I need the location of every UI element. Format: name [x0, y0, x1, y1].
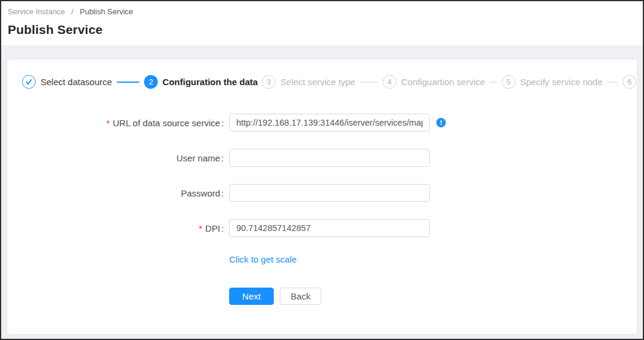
- form-row-username: User name :: [7, 149, 637, 167]
- required-marker: *: [107, 118, 110, 128]
- check-icon: [25, 78, 33, 86]
- info-icon-glyph: !: [440, 119, 442, 126]
- field-label-text: DPI: [205, 223, 220, 233]
- step-number-circle: 4: [383, 75, 396, 89]
- field-label-username: User name :: [7, 153, 224, 163]
- step-label: Configuration the data: [162, 77, 258, 87]
- wizard-card: Select datasource 2 Configuration the da…: [7, 60, 637, 334]
- step-label: Specify service node: [520, 77, 602, 87]
- dpi-input[interactable]: [229, 219, 430, 237]
- username-input[interactable]: [229, 149, 430, 167]
- step-publish: 6 Publish: [623, 75, 637, 89]
- step-label: Select datasource: [40, 77, 112, 87]
- form-row-url: * URL of data source service : !: [7, 114, 637, 132]
- info-icon[interactable]: !: [436, 118, 446, 127]
- step-connector: [490, 82, 497, 83]
- form-row-password: Password :: [7, 184, 637, 202]
- field-colon: :: [221, 153, 224, 163]
- breadcrumb-item-publish-service: Publish Service: [80, 7, 133, 16]
- step-label: Select service type: [280, 77, 355, 87]
- step-done-circle: [22, 75, 36, 89]
- form-row-buttons: Next Back: [7, 288, 637, 305]
- form-row-scale-link: Click to get scale: [7, 254, 637, 264]
- breadcrumb: Service Instance / Publish Service: [8, 7, 636, 17]
- step-connector: [360, 82, 378, 83]
- url-of-datasource-input[interactable]: [229, 114, 430, 132]
- step-select-service-type: 3 Select service type: [262, 75, 355, 89]
- step-number-circle: 3: [262, 75, 276, 89]
- field-label-dpi: * DPI :: [7, 223, 224, 233]
- field-colon: :: [221, 118, 224, 128]
- form-row-dpi: * DPI :: [7, 219, 637, 237]
- step-number-circle: 5: [502, 75, 515, 89]
- breadcrumb-separator: /: [71, 7, 74, 16]
- step-number-circle: 6: [623, 75, 636, 89]
- field-label-text: User name: [176, 153, 220, 163]
- step-configuration-the-data: 2 Configuration the data: [144, 75, 258, 89]
- publish-service-form: * URL of data source service : ! User na…: [7, 114, 637, 305]
- app-window: Service Instance / Publish Service Publi…: [0, 0, 644, 340]
- step-connector: [117, 82, 139, 83]
- wizard-stepper: Select datasource 2 Configuration the da…: [7, 60, 637, 89]
- field-label-text: URL of data source service: [112, 118, 220, 128]
- back-button[interactable]: Back: [280, 288, 321, 305]
- page-header: Service Instance / Publish Service Publi…: [1, 1, 643, 45]
- next-button[interactable]: Next: [229, 288, 274, 305]
- breadcrumb-item-service-instance[interactable]: Service Instance: [8, 7, 65, 16]
- step-configuartion-service: 4 Configuartion service: [383, 75, 485, 89]
- field-colon: :: [221, 188, 224, 198]
- step-label: Configuartion service: [401, 77, 485, 87]
- field-label-text: Password: [181, 188, 220, 198]
- page-title: Publish Service: [8, 23, 636, 37]
- step-number-circle: 2: [144, 75, 158, 89]
- required-marker: *: [199, 223, 202, 233]
- field-colon: :: [221, 223, 224, 233]
- get-scale-link[interactable]: Click to get scale: [229, 254, 296, 264]
- password-input[interactable]: [229, 184, 430, 202]
- step-select-datasource: Select datasource: [22, 75, 112, 89]
- field-label-password: Password :: [7, 188, 224, 198]
- step-connector: [607, 82, 618, 83]
- step-specify-service-node: 5 Specify service node: [502, 75, 602, 89]
- field-label-url: * URL of data source service :: [7, 118, 224, 128]
